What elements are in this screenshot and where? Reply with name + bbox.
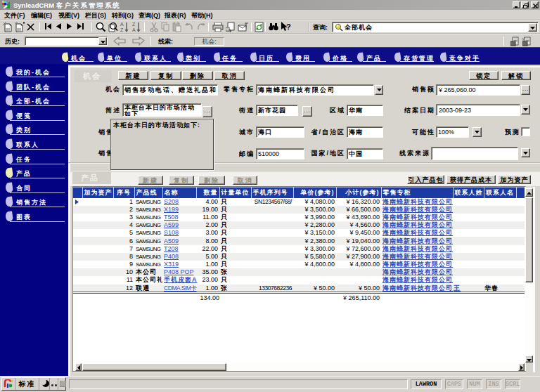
svg-text:?: ? (286, 22, 291, 31)
svg-text:Z: Z (132, 22, 136, 27)
svg-text:A: A (120, 22, 124, 27)
svg-text:Z: Z (120, 27, 124, 32)
svg-text:A: A (132, 27, 136, 32)
